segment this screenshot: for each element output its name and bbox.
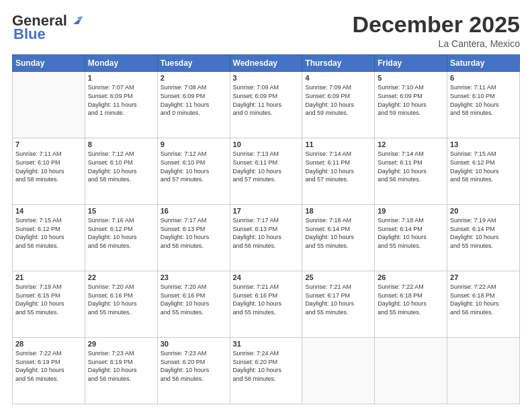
day-number: 13 xyxy=(450,140,517,148)
calendar-header-wednesday: Wednesday xyxy=(230,55,302,72)
calendar-cell: 11Sunrise: 7:14 AM Sunset: 6:11 PM Dayli… xyxy=(302,138,375,205)
day-info: Sunrise: 7:17 AM Sunset: 6:13 PM Dayligh… xyxy=(233,216,300,250)
calendar-header-tuesday: Tuesday xyxy=(157,55,230,72)
day-info: Sunrise: 7:10 AM Sunset: 6:09 PM Dayligh… xyxy=(378,83,444,117)
calendar-header-friday: Friday xyxy=(375,55,447,72)
day-number: 25 xyxy=(305,273,371,281)
day-info: Sunrise: 7:07 AM Sunset: 6:09 PM Dayligh… xyxy=(88,83,154,117)
day-number: 1 xyxy=(88,74,154,82)
calendar-cell: 5Sunrise: 7:10 AM Sunset: 6:09 PM Daylig… xyxy=(375,72,447,138)
day-number: 29 xyxy=(88,340,154,348)
day-info: Sunrise: 7:22 AM Sunset: 6:18 PM Dayligh… xyxy=(450,283,517,316)
day-number: 14 xyxy=(15,207,82,215)
logo-blue: Blue xyxy=(13,26,46,43)
title-area: December 2025 La Cantera, Mexico xyxy=(352,12,520,49)
day-number: 22 xyxy=(88,273,154,281)
calendar-cell: 24Sunrise: 7:21 AM Sunset: 6:16 PM Dayli… xyxy=(230,271,302,338)
calendar-cell: 14Sunrise: 7:15 AM Sunset: 6:12 PM Dayli… xyxy=(13,205,85,271)
day-info: Sunrise: 7:19 AM Sunset: 6:14 PM Dayligh… xyxy=(450,216,517,250)
day-number: 20 xyxy=(450,207,517,215)
day-number: 6 xyxy=(450,74,517,82)
calendar-cell: 16Sunrise: 7:17 AM Sunset: 6:13 PM Dayli… xyxy=(157,205,230,271)
day-number: 5 xyxy=(378,74,444,82)
day-number: 18 xyxy=(305,207,371,215)
day-number: 4 xyxy=(305,74,371,82)
day-info: Sunrise: 7:15 AM Sunset: 6:12 PM Dayligh… xyxy=(450,150,517,183)
calendar-cell: 4Sunrise: 7:09 AM Sunset: 6:09 PM Daylig… xyxy=(302,72,375,138)
day-info: Sunrise: 7:12 AM Sunset: 6:10 PM Dayligh… xyxy=(161,150,227,183)
day-number: 31 xyxy=(233,340,300,348)
logo: General Blue xyxy=(12,12,83,43)
calendar-cell: 26Sunrise: 7:22 AM Sunset: 6:18 PM Dayli… xyxy=(375,271,447,338)
calendar-header-sunday: Sunday xyxy=(13,55,85,72)
calendar-cell: 1Sunrise: 7:07 AM Sunset: 6:09 PM Daylig… xyxy=(85,72,157,138)
calendar-cell: 7Sunrise: 7:11 AM Sunset: 6:10 PM Daylig… xyxy=(13,138,85,205)
day-number: 24 xyxy=(233,273,300,281)
day-info: Sunrise: 7:09 AM Sunset: 6:09 PM Dayligh… xyxy=(305,83,371,117)
day-number: 16 xyxy=(161,207,227,215)
day-info: Sunrise: 7:21 AM Sunset: 6:17 PM Dayligh… xyxy=(305,283,371,316)
day-number: 19 xyxy=(378,207,444,215)
header: General Blue December 2025 La Cantera, M… xyxy=(12,12,520,49)
day-info: Sunrise: 7:15 AM Sunset: 6:12 PM Dayligh… xyxy=(15,216,82,250)
calendar-header-thursday: Thursday xyxy=(302,55,375,72)
calendar-cell: 27Sunrise: 7:22 AM Sunset: 6:18 PM Dayli… xyxy=(447,271,520,338)
day-number: 17 xyxy=(233,207,300,215)
calendar-cell: 12Sunrise: 7:14 AM Sunset: 6:11 PM Dayli… xyxy=(375,138,447,205)
day-info: Sunrise: 7:20 AM Sunset: 6:16 PM Dayligh… xyxy=(161,283,227,316)
calendar-cell xyxy=(302,338,375,404)
day-number: 27 xyxy=(450,273,517,281)
calendar-cell: 20Sunrise: 7:19 AM Sunset: 6:14 PM Dayli… xyxy=(447,205,520,271)
calendar-cell: 15Sunrise: 7:16 AM Sunset: 6:12 PM Dayli… xyxy=(85,205,157,271)
calendar-cell: 30Sunrise: 7:23 AM Sunset: 6:20 PM Dayli… xyxy=(157,338,230,404)
day-info: Sunrise: 7:14 AM Sunset: 6:11 PM Dayligh… xyxy=(378,150,444,183)
day-info: Sunrise: 7:23 AM Sunset: 6:19 PM Dayligh… xyxy=(88,349,154,383)
day-info: Sunrise: 7:23 AM Sunset: 6:20 PM Dayligh… xyxy=(161,349,227,383)
day-number: 12 xyxy=(378,140,444,148)
month-title: December 2025 xyxy=(352,12,520,37)
day-info: Sunrise: 7:21 AM Sunset: 6:16 PM Dayligh… xyxy=(233,283,300,316)
day-info: Sunrise: 7:13 AM Sunset: 6:11 PM Dayligh… xyxy=(233,150,300,183)
day-number: 3 xyxy=(233,74,300,82)
calendar-cell: 19Sunrise: 7:18 AM Sunset: 6:14 PM Dayli… xyxy=(375,205,447,271)
day-number: 15 xyxy=(88,207,154,215)
day-number: 21 xyxy=(15,273,82,281)
calendar-cell xyxy=(375,338,447,404)
calendar-header-monday: Monday xyxy=(85,55,157,72)
day-info: Sunrise: 7:17 AM Sunset: 6:13 PM Dayligh… xyxy=(161,216,227,250)
location: La Cantera, Mexico xyxy=(352,38,520,49)
day-number: 30 xyxy=(161,340,227,348)
calendar-cell: 31Sunrise: 7:24 AM Sunset: 6:20 PM Dayli… xyxy=(230,338,302,404)
day-info: Sunrise: 7:09 AM Sunset: 6:09 PM Dayligh… xyxy=(233,83,300,117)
day-info: Sunrise: 7:16 AM Sunset: 6:12 PM Dayligh… xyxy=(88,216,154,250)
calendar-cell: 8Sunrise: 7:12 AM Sunset: 6:10 PM Daylig… xyxy=(85,138,157,205)
day-number: 8 xyxy=(88,140,154,148)
page: General Blue December 2025 La Cantera, M… xyxy=(0,0,532,411)
day-info: Sunrise: 7:20 AM Sunset: 6:16 PM Dayligh… xyxy=(88,283,154,316)
calendar-cell: 18Sunrise: 7:18 AM Sunset: 6:14 PM Dayli… xyxy=(302,205,375,271)
day-number: 7 xyxy=(15,140,82,148)
calendar-cell: 17Sunrise: 7:17 AM Sunset: 6:13 PM Dayli… xyxy=(230,205,302,271)
calendar-cell: 21Sunrise: 7:19 AM Sunset: 6:15 PM Dayli… xyxy=(13,271,85,338)
day-number: 26 xyxy=(378,273,444,281)
day-info: Sunrise: 7:24 AM Sunset: 6:20 PM Dayligh… xyxy=(233,349,300,383)
calendar-cell: 25Sunrise: 7:21 AM Sunset: 6:17 PM Dayli… xyxy=(302,271,375,338)
calendar-cell: 22Sunrise: 7:20 AM Sunset: 6:16 PM Dayli… xyxy=(85,271,157,338)
day-info: Sunrise: 7:22 AM Sunset: 6:19 PM Dayligh… xyxy=(15,349,82,383)
calendar-cell: 13Sunrise: 7:15 AM Sunset: 6:12 PM Dayli… xyxy=(447,138,520,205)
calendar-cell: 29Sunrise: 7:23 AM Sunset: 6:19 PM Dayli… xyxy=(85,338,157,404)
day-number: 2 xyxy=(161,74,227,82)
calendar-header-saturday: Saturday xyxy=(447,55,520,72)
day-info: Sunrise: 7:19 AM Sunset: 6:15 PM Dayligh… xyxy=(15,283,82,316)
day-info: Sunrise: 7:18 AM Sunset: 6:14 PM Dayligh… xyxy=(378,216,444,250)
day-info: Sunrise: 7:12 AM Sunset: 6:10 PM Dayligh… xyxy=(88,150,154,183)
logo-bird-icon xyxy=(68,12,83,27)
calendar-cell: 23Sunrise: 7:20 AM Sunset: 6:16 PM Dayli… xyxy=(157,271,230,338)
day-number: 23 xyxy=(161,273,227,281)
day-number: 9 xyxy=(161,140,227,148)
day-number: 28 xyxy=(15,340,82,348)
calendar-cell: 6Sunrise: 7:11 AM Sunset: 6:10 PM Daylig… xyxy=(447,72,520,138)
day-info: Sunrise: 7:14 AM Sunset: 6:11 PM Dayligh… xyxy=(305,150,371,183)
calendar-cell: 28Sunrise: 7:22 AM Sunset: 6:19 PM Dayli… xyxy=(13,338,85,404)
day-info: Sunrise: 7:11 AM Sunset: 6:10 PM Dayligh… xyxy=(15,150,82,183)
